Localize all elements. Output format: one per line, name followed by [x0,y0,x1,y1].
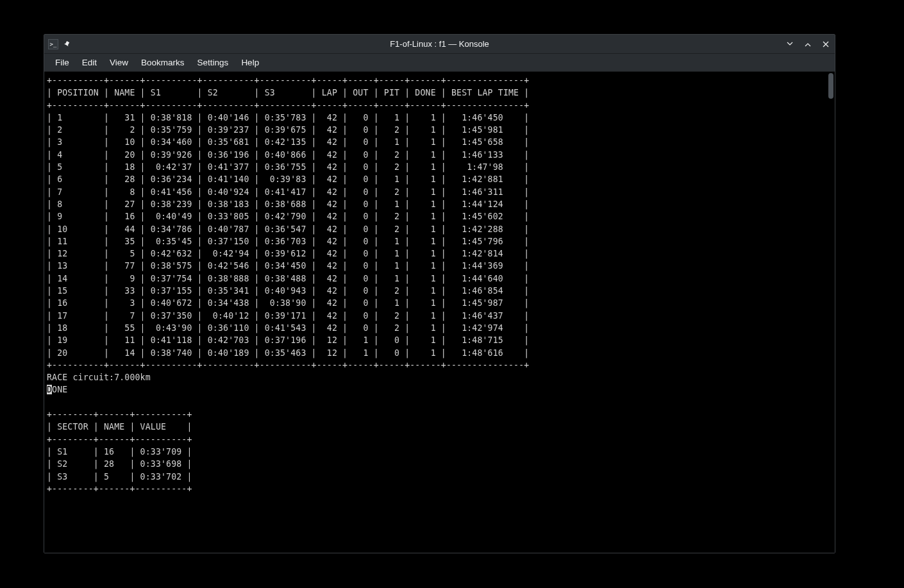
pin-icon[interactable] [62,40,71,49]
scrollbar[interactable] [828,73,833,99]
app-menu-icon[interactable]: >_ [48,39,58,49]
menu-bookmarks[interactable]: Bookmarks [135,55,190,70]
titlebar-right [785,39,835,49]
titlebar[interactable]: >_ F1-of-Linux : f1 — Konsole [44,35,835,54]
menu-help[interactable]: Help [235,55,265,70]
close-button[interactable] [821,39,831,49]
window-title: F1-of-Linux : f1 — Konsole [390,39,489,49]
menubar: File Edit View Bookmarks Settings Help [44,54,835,72]
menu-edit[interactable]: Edit [76,55,103,70]
menu-file[interactable]: File [49,55,75,70]
maximize-button[interactable] [803,39,813,49]
konsole-window: >_ F1-of-Linux : f1 — Konsole File Edit … [44,34,835,553]
minimize-button[interactable] [785,39,795,49]
terminal-area[interactable]: +----------+------+----------+----------… [44,72,835,553]
terminal-content: +----------+------+----------+----------… [47,74,832,495]
titlebar-left: >_ [44,39,71,49]
menu-view[interactable]: View [104,55,134,70]
menu-settings[interactable]: Settings [192,55,235,70]
